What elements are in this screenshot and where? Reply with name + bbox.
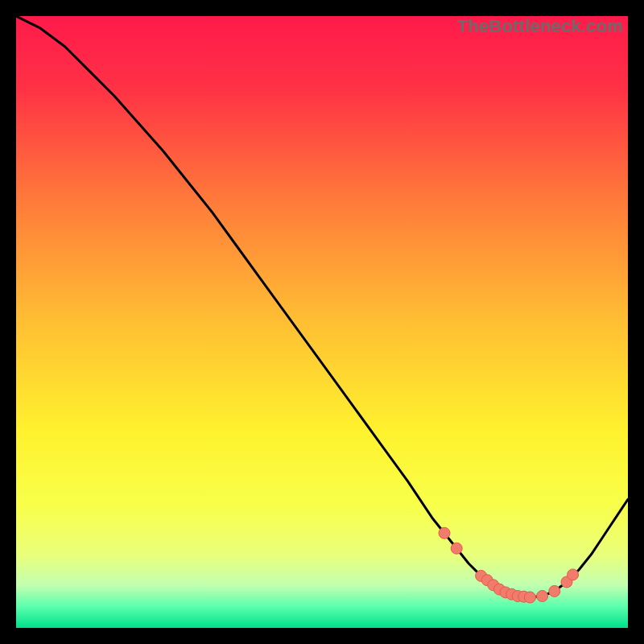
data-marker	[537, 591, 548, 602]
data-marker	[439, 527, 450, 539]
curve-layer	[16, 16, 628, 628]
chart-frame: TheBottleneck.com	[0, 0, 644, 644]
bottleneck-curve	[16, 16, 628, 597]
watermark-text: TheBottleneck.com	[457, 16, 623, 37]
data-marker	[568, 569, 579, 580]
data-marker	[524, 592, 535, 603]
data-marker	[451, 543, 462, 554]
plot-area: TheBottleneck.com	[16, 16, 628, 628]
data-marker	[549, 585, 560, 597]
